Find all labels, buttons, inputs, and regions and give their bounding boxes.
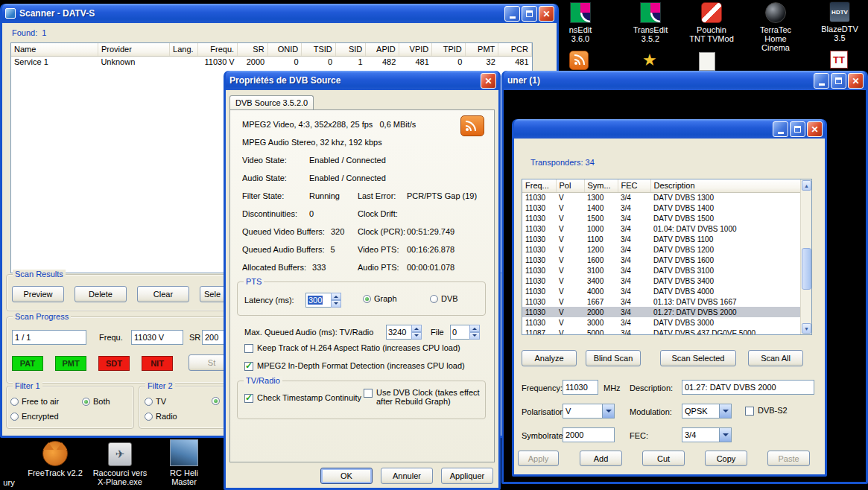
dvbs2-checkbox[interactable]: DVB-S2 — [745, 406, 788, 416]
transponder-row[interactable]: 11030V40003/4DATV DVBS 4000 — [522, 286, 811, 296]
blind-scan-button[interactable]: Blind Scan — [586, 350, 641, 366]
column-header[interactable]: PMT — [465, 43, 498, 56]
radio-dvb[interactable]: DVB — [430, 294, 458, 303]
modulation-select[interactable]: QPSK — [682, 404, 732, 419]
polarisation-select[interactable]: V — [563, 404, 615, 419]
maximize-button[interactable] — [522, 6, 537, 22]
spin-down-icon[interactable] — [331, 300, 341, 308]
radio-clipped[interactable] — [212, 397, 220, 405]
transponder-row[interactable]: 11030V10003/401.04: DATV DVBS 1000 — [522, 223, 811, 234]
transponder-row[interactable]: 11030V31003/4DATV DVBS 3100 — [522, 265, 811, 276]
frequency-field[interactable]: 11030 V — [131, 330, 183, 345]
scan-selected-button[interactable]: Scan Selected — [660, 350, 736, 366]
tab-dvb-source[interactable]: DVB Source 3.5.2.0 — [229, 95, 314, 109]
desktop-icon-rcheli[interactable]: RC Heli Master — [156, 439, 212, 486]
desktop-icon-blazedtv[interactable]: HDTV BlazeDTV 3.5 — [815, 1, 864, 42]
column-header[interactable]: APID — [366, 43, 399, 56]
radio-free-to-air[interactable]: Free to air — [10, 397, 59, 406]
desktop-icon-transedit-360[interactable]: nsEdit 3.6.0 — [559, 2, 602, 43]
analyze-button[interactable]: Analyze — [522, 350, 577, 366]
ok-button[interactable]: OK — [320, 468, 373, 484]
desktop-icon-label-cut[interactable]: ury — [0, 478, 18, 487]
column-header[interactable]: SID — [335, 43, 365, 56]
mpeg2-checkbox[interactable]: MPEG2 In-Depth Format Detection (increas… — [244, 361, 465, 371]
column-header[interactable]: PCR — [498, 43, 532, 56]
transponder-titlebar[interactable]: ✕ — [514, 119, 825, 139]
paste-button[interactable]: Paste — [767, 451, 810, 466]
column-header[interactable]: Name — [11, 43, 98, 56]
desktop-icon-xplane[interactable]: ✈ Raccourci vers X-Plane.exe — [89, 442, 151, 486]
dialog-titlebar[interactable]: Propriétés de DVB Source ✕ — [226, 71, 498, 90]
desktop-icon-transedit-352[interactable]: TransEdit 3.5.2 — [624, 2, 677, 43]
radio-graph[interactable]: Graph — [363, 294, 397, 303]
dvb-clock-checkbox[interactable]: Use DVB Clock (takes effect after Rebuil… — [364, 388, 484, 406]
maximize-button[interactable] — [831, 73, 846, 89]
cut-button[interactable]: Cut — [642, 451, 685, 466]
add-button[interactable]: Add — [580, 451, 622, 466]
scroll-thumb[interactable] — [802, 248, 811, 290]
minimize-button[interactable] — [773, 121, 788, 137]
transponder-row[interactable]: 11030V30003/4DATV DVBS 3000 — [522, 317, 811, 328]
document-icon[interactable] — [699, 52, 715, 71]
column-header[interactable]: Description — [650, 179, 811, 192]
transponder-row[interactable]: 11030V13003/4DATV DVBS 1300 — [522, 192, 811, 203]
transponder-row[interactable]: 11030V12003/4DATV DVBS 1200 — [522, 244, 811, 255]
tuner-titlebar[interactable]: uner (1) ✕ — [504, 71, 866, 90]
radio-both[interactable]: Both — [82, 397, 110, 406]
column-header[interactable]: VPID — [399, 43, 432, 56]
close-button[interactable]: ✕ — [848, 73, 864, 89]
h264-checkbox[interactable]: Keep Track of H.264 Aspect Ratio (increa… — [244, 343, 460, 353]
column-header[interactable]: SR — [238, 43, 267, 56]
close-button[interactable]: ✕ — [807, 121, 823, 137]
file-stepper[interactable]: 0 — [450, 325, 480, 340]
close-button[interactable]: ✕ — [481, 73, 496, 89]
radio-tv[interactable]: TV — [145, 397, 166, 406]
column-header[interactable]: FEC — [618, 179, 650, 192]
minimize-button[interactable] — [814, 73, 829, 89]
transponder-row[interactable]: 11030V16003/4DATV DVBS 1600 — [522, 255, 811, 265]
fec-select[interactable]: 3/4 — [682, 427, 732, 442]
desktop-icon-freetrack[interactable]: FreeTrack v2.2 — [27, 441, 83, 477]
scanner-titlebar[interactable]: Scanner - DATV-S ✕ — [2, 4, 557, 23]
desktop-icon-pouchin-tnt[interactable]: Pouchin TNT TVMod — [688, 2, 735, 43]
clear-button[interactable]: Clear — [137, 286, 189, 302]
progress-field[interactable]: 1 / 1 — [12, 330, 86, 345]
delete-button[interactable]: Delete — [75, 286, 127, 302]
transponder-row[interactable]: 11030V14003/4DATV DVBS 1400 — [522, 203, 811, 213]
vertical-scrollbar[interactable]: ▲ ▼ — [800, 179, 811, 334]
transponder-row[interactable]: 11087V50003/4DATV DVBS 437 DG0VE 5000 — [522, 328, 811, 335]
cancel-button[interactable]: Annuler — [381, 468, 433, 484]
symbolrate-field[interactable]: 2000 — [563, 427, 615, 442]
description-field[interactable]: 01.27: DATV DVBS 2000 — [682, 380, 814, 395]
spin-up-icon[interactable] — [331, 293, 341, 300]
column-header[interactable]: Freq... — [522, 179, 556, 192]
frequency-field[interactable]: 11030 — [563, 380, 598, 395]
maximize-button[interactable] — [790, 121, 805, 137]
apply-button[interactable]: Apply — [518, 451, 559, 466]
column-header[interactable]: ONID — [267, 43, 302, 56]
radio-encrypted[interactable]: Encrypted — [10, 412, 59, 421]
service-row[interactable]: Service 1Unknown11030 V20000014824810324… — [11, 56, 532, 67]
transponder-list[interactable]: Freq...PolSym...FECDescription11030V1300… — [522, 179, 812, 335]
column-header[interactable]: Provider — [98, 43, 169, 56]
minimize-button[interactable] — [504, 6, 520, 22]
column-header[interactable]: Lang. — [170, 43, 197, 56]
scan-all-button[interactable]: Scan All — [748, 350, 803, 366]
spin-down-icon[interactable] — [469, 332, 480, 340]
spin-down-icon[interactable] — [411, 332, 422, 340]
transponder-row[interactable]: 11030V20003/401.27: DATV DVBS 2000 — [522, 307, 811, 317]
desktop-icon-terratec[interactable]: TerraTec Home Cinema — [750, 2, 802, 52]
column-header[interactable]: Sym... — [584, 179, 618, 192]
latency-stepper[interactable]: 300 — [305, 293, 341, 308]
column-header[interactable]: Pol — [556, 179, 584, 192]
column-header[interactable]: TSID — [302, 43, 336, 56]
red-logo-icon[interactable]: TT — [830, 51, 848, 69]
column-header[interactable]: TPID — [432, 43, 466, 56]
scroll-up-icon[interactable]: ▲ — [802, 180, 811, 191]
spin-up-icon[interactable] — [469, 325, 480, 332]
preview-button[interactable]: Preview — [12, 286, 64, 302]
transponder-row[interactable]: 11030V34003/4DATV DVBS 3400 — [522, 276, 811, 286]
transponder-row[interactable]: 11030V16673/401.13: DATV DVBS 1667 — [522, 296, 811, 307]
apply-button[interactable]: Appliquer — [441, 468, 493, 484]
spin-up-icon[interactable] — [411, 325, 422, 332]
